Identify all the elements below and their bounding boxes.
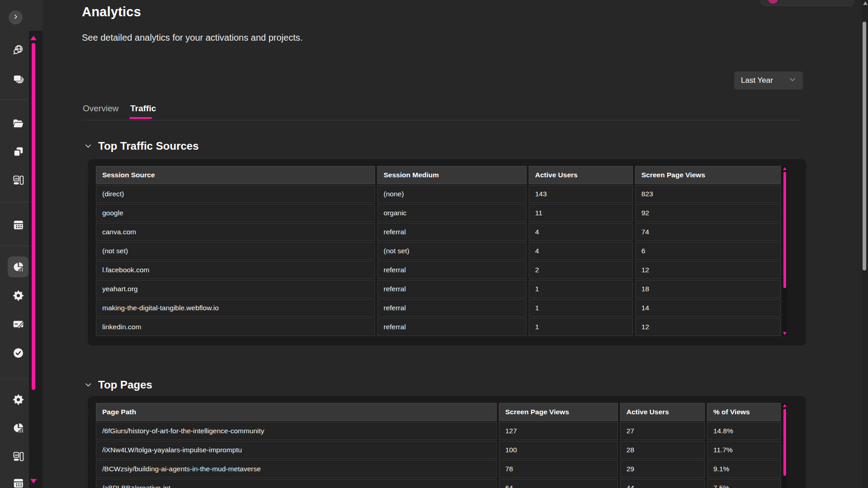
column-header: Page Path — [96, 403, 497, 421]
section-header-top-pages[interactable]: Top Pages — [84, 379, 152, 391]
table-row: /BCWzsiy/building-ai-agents-in-the-mud-m… — [96, 460, 781, 478]
table-cell: canva.com — [96, 223, 375, 241]
column-header: Session Medium — [377, 166, 526, 184]
table-cell: 1 — [529, 280, 633, 298]
device-media-icon — [12, 174, 24, 186]
table-cell: (direct) — [96, 185, 375, 203]
sidebar-item-layers[interactable] — [8, 68, 28, 89]
column-header: Screen Page Views — [635, 166, 781, 184]
table-scroll-down-arrow[interactable] — [783, 332, 787, 335]
tab-traffic[interactable]: Traffic — [130, 104, 156, 114]
section-title: Top Pages — [98, 379, 152, 391]
sidebar-item-card-edit[interactable] — [8, 313, 28, 334]
chevron-down-icon — [788, 75, 797, 86]
table-row: /6fGiurs/history-of-art-for-the-intellig… — [96, 422, 781, 440]
table-scroll-up-arrow[interactable] — [783, 404, 787, 407]
column-header: Active Users — [620, 403, 705, 421]
chevron-down-icon — [84, 381, 92, 389]
chevron-right-icon — [12, 13, 19, 22]
table-cell: /6fGiurs/history-of-art-for-the-intellig… — [96, 422, 497, 440]
table-cell: l.facebook.com — [96, 261, 375, 279]
table-cell: 28 — [620, 441, 705, 459]
tab-overview[interactable]: Overview — [83, 104, 119, 114]
sidebar-item-device-media[interactable] — [8, 446, 28, 467]
table-cell: 100 — [499, 441, 618, 459]
table-cell: 823 — [635, 185, 781, 203]
column-header: % of Views — [707, 403, 781, 421]
table-scroll-up-arrow[interactable] — [783, 167, 787, 170]
table-cell: 44 — [620, 479, 705, 488]
table-row: (direct)(none)143823 — [96, 185, 781, 203]
window-scroll-up-arrow[interactable] — [863, 1, 868, 5]
table-cell: 64 — [499, 479, 618, 488]
active-tab-indicator — [129, 117, 152, 119]
table-row: /aBPLBBz/creative-int64447.5% — [96, 479, 781, 488]
sidebar-item-device-media[interactable] — [8, 170, 28, 190]
sidebar — [0, 0, 29, 488]
table-cell: (not set) — [96, 242, 375, 260]
page-subtitle: See detailed analytics for your activati… — [82, 33, 303, 43]
table-scrollbar[interactable] — [783, 166, 787, 336]
table-row: l.facebook.comreferral212 — [96, 261, 781, 279]
sidebar-item-calendar-grid[interactable] — [8, 214, 28, 235]
table-row: yeahart.orgreferral118 — [96, 280, 781, 298]
table-cell: 1 — [529, 299, 633, 317]
table-cell: yeahart.org — [96, 280, 375, 298]
sidebar-divider — [0, 246, 29, 246]
table-cell: (not set) — [377, 242, 526, 260]
window-scrollbar-thumb[interactable] — [863, 22, 866, 270]
card-edit-icon — [12, 318, 24, 330]
device-media-icon — [12, 450, 24, 463]
table-cell: google — [96, 204, 375, 222]
table-cell: /BCWzsiy/building-ai-agents-in-the-mud-m… — [96, 460, 497, 478]
sidebar-item-gear[interactable] — [8, 389, 28, 410]
sidebar-divider — [0, 379, 29, 379]
column-header: Screen Page Views — [499, 403, 618, 421]
table-cell: 4 — [529, 242, 633, 260]
table-cell: 78 — [499, 460, 618, 478]
table-cell: referral — [377, 223, 526, 241]
sidebar-expand-button[interactable] — [9, 10, 23, 24]
table-body: /6fGiurs/history-of-art-for-the-intellig… — [96, 422, 781, 488]
sidebar-scroll-down-arrow[interactable] — [30, 479, 37, 483]
table-row: (not set)(not set)46 — [96, 242, 781, 260]
sidebar-scrollbar-thumb[interactable] — [32, 43, 35, 390]
sidebar-item-folder-open[interactable] — [8, 113, 28, 134]
table-cell: 14.8% — [707, 422, 781, 440]
sidebar-scroll-up-arrow[interactable] — [30, 36, 37, 40]
section-title: Top Traffic Sources — [98, 140, 199, 152]
sidebar-item-gear[interactable] — [8, 285, 28, 306]
table-scrollbar[interactable] — [783, 403, 787, 488]
chevron-down-icon — [84, 142, 92, 150]
section-header-top-traffic-sources[interactable]: Top Traffic Sources — [84, 140, 199, 152]
sidebar-item-copy[interactable] — [8, 141, 28, 162]
sidebar-item-calendar-grid[interactable] — [8, 473, 28, 488]
sidebar-item-check-circle[interactable] — [8, 342, 28, 363]
column-header: Session Source — [96, 166, 375, 184]
avatar[interactable] — [768, 0, 778, 4]
user-panel — [761, 0, 854, 6]
table-header-row: Session SourceSession MediumActive Users… — [96, 166, 781, 184]
sidebar-item-pie-analytics[interactable] — [8, 417, 28, 438]
table-row: /iXNw4LW/tolga-yayalars-impulse-imprompt… — [96, 441, 781, 459]
table-cell: 29 — [620, 460, 705, 478]
sidebar-top-spacer — [29, 0, 43, 31]
table-cell: /iXNw4LW/tolga-yayalars-impulse-imprompt… — [96, 441, 497, 459]
sidebar-scrollbar-track[interactable] — [29, 0, 43, 488]
table-cell: 12 — [635, 261, 781, 279]
sidebar-item-globe-search[interactable] — [8, 39, 28, 60]
sidebar-item-pie-analytics[interactable] — [8, 256, 28, 277]
table-cell: 74 — [635, 223, 781, 241]
calendar-grid-icon — [12, 477, 24, 488]
traffic-sources-table: Session SourceSession MediumActive Users… — [96, 166, 781, 336]
date-range-dropdown[interactable]: Last Year — [734, 71, 803, 90]
table-row: canva.comreferral474 — [96, 223, 781, 241]
check-circle-icon — [12, 347, 24, 359]
table-scrollbar-thumb[interactable] — [783, 172, 786, 288]
table-cell: /aBPLBBz/creative-int — [96, 479, 497, 488]
table-scrollbar-thumb[interactable] — [783, 409, 786, 476]
table-row: linkedin.comreferral112 — [96, 318, 781, 336]
table-cell: 12 — [635, 318, 781, 336]
table-cell: 9.1% — [707, 460, 781, 478]
table-row: googleorganic1192 — [96, 204, 781, 222]
